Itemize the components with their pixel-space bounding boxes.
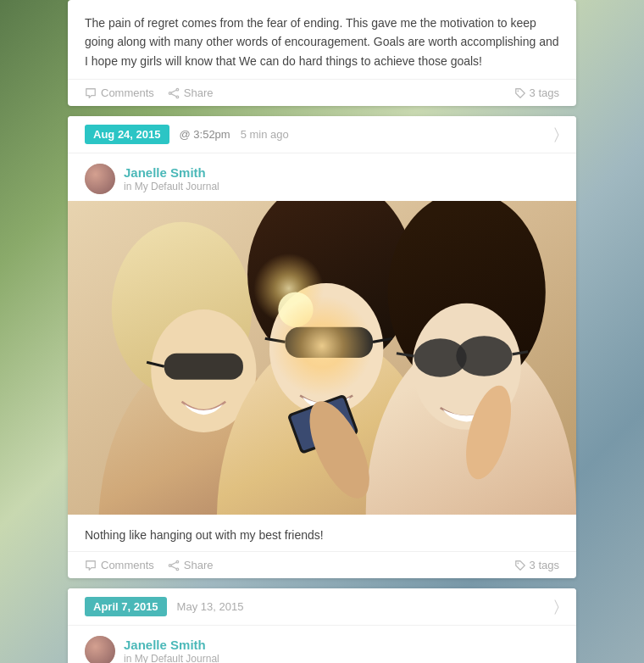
date-header-3: April 7, 2015 May 13, 2015 〉 — [68, 588, 576, 626]
entry-time-2: @ 3:52pm — [180, 128, 230, 141]
author-info-3: Janelle Smith in My Default Journal — [124, 638, 219, 663]
share-icon-2 — [168, 560, 180, 571]
author-name-3: Janelle Smith — [124, 638, 219, 653]
comments-button-2[interactable]: Comments — [85, 559, 154, 571]
comments-label-2: Comments — [101, 559, 154, 571]
share-label: Share — [184, 86, 214, 99]
svg-line-36 — [171, 562, 176, 565]
photo-scene — [68, 201, 576, 515]
entry-relative-3: May 13, 2015 — [177, 600, 244, 613]
svg-point-2 — [169, 92, 171, 94]
tags-count-1: 3 tags — [514, 86, 559, 99]
author-name-2: Janelle Smith — [124, 165, 219, 181]
comment-icon — [85, 87, 97, 99]
author-row-2: Janelle Smith in My Default Journal — [68, 153, 576, 201]
entry-caption-2: Nothing like hanging out with my best fr… — [68, 515, 576, 551]
avatar-3 — [85, 636, 115, 663]
tags-count-2: 3 tags — [514, 559, 559, 571]
entry-body-text: The pain of regret comes from the fear o… — [68, 0, 576, 79]
author-journal-3: in My Default Journal — [124, 653, 219, 663]
comments-label: Comments — [101, 86, 154, 99]
svg-point-33 — [176, 560, 179, 563]
svg-point-1 — [176, 96, 179, 98]
card-footer-2: Comments Share 3 tags — [68, 551, 576, 578]
comments-button[interactable]: Comments — [85, 86, 154, 99]
selfie-svg — [68, 201, 576, 515]
share-icon — [168, 87, 180, 99]
card-footer-1: Comments Share 3 tags — [68, 79, 576, 106]
avatar-2 — [85, 164, 115, 194]
author-row-3: Janelle Smith in My Default Journal — [68, 626, 576, 663]
author-info-2: Janelle Smith in My Default Journal — [124, 165, 219, 192]
date-badge-2: Aug 24, 2015 — [85, 125, 169, 144]
svg-point-5 — [517, 90, 519, 92]
tag-icon-1 — [514, 87, 526, 99]
entry-relative-2: 5 min ago — [241, 128, 289, 141]
svg-rect-10 — [164, 354, 243, 380]
collapse-button-3[interactable]: 〉 — [554, 598, 559, 616]
svg-line-4 — [171, 93, 176, 96]
svg-point-0 — [176, 88, 179, 91]
author-journal-2: in My Default Journal — [124, 181, 219, 192]
date-header-2: Aug 24, 2015 @ 3:52pm 5 min ago 〉 — [68, 116, 576, 153]
collapse-button-2[interactable]: 〉 — [554, 125, 559, 143]
svg-point-38 — [517, 562, 519, 564]
svg-point-30 — [278, 292, 313, 327]
entry-photo-2 — [68, 201, 576, 515]
journal-entry-card-3: April 7, 2015 May 13, 2015 〉 Janelle Smi… — [68, 588, 576, 663]
journal-entry-card-1: The pain of regret comes from the fear o… — [68, 0, 576, 106]
date-badge-3: April 7, 2015 — [85, 597, 167, 616]
svg-point-34 — [176, 568, 179, 571]
svg-point-29 — [225, 240, 366, 381]
svg-line-3 — [171, 90, 176, 92]
svg-point-35 — [169, 564, 171, 566]
tag-icon-2 — [514, 560, 526, 571]
svg-rect-15 — [286, 327, 373, 358]
comment-icon-2 — [85, 560, 97, 571]
share-label-2: Share — [184, 559, 214, 571]
share-button-2[interactable]: Share — [168, 559, 214, 571]
journal-entry-card-2: Aug 24, 2015 @ 3:52pm 5 min ago 〉 Janell… — [68, 116, 576, 578]
share-button[interactable]: Share — [168, 86, 214, 99]
svg-line-37 — [171, 566, 176, 568]
svg-point-22 — [456, 336, 512, 376]
